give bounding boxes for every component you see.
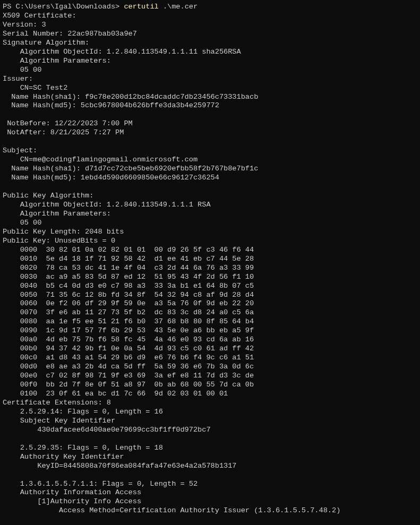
prompt: PS C:\Users\Igal\Downloads>	[3, 3, 119, 11]
command: certutil	[124, 3, 158, 11]
argument: .\me.cer	[163, 3, 198, 11]
output: X509 Certificate: Version: 3 Serial Numb…	[3, 12, 340, 514]
